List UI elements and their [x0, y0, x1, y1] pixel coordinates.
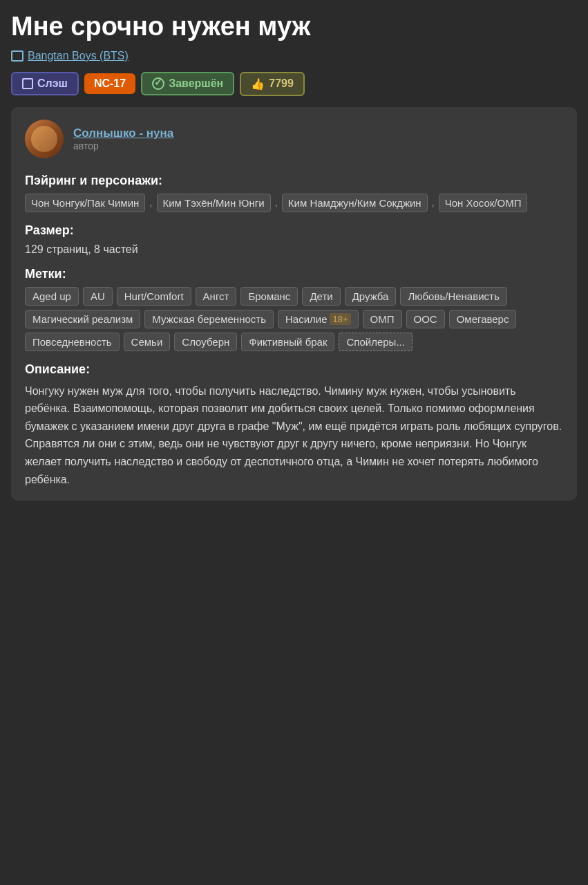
fandom-label: Bangtan Boys (BTS): [28, 50, 129, 62]
tags-label: Метки:: [25, 267, 563, 281]
description-label: Описание:: [25, 362, 563, 377]
badge-likes[interactable]: 👍 7799: [240, 72, 305, 96]
size-value: 129 страниц, 8 частей: [25, 243, 563, 256]
check-icon: [152, 77, 164, 90]
main-card: Солнышко - нуна автор Пэйринг и персонаж…: [11, 107, 577, 501]
tag-magic-realism[interactable]: Магический реализм: [25, 310, 140, 328]
thumb-icon: 👍: [251, 77, 265, 91]
badge-slash[interactable]: Слэш: [11, 72, 79, 95]
author-name[interactable]: Солнышко - нуна: [73, 127, 173, 140]
tag-oos[interactable]: ООС: [406, 310, 445, 328]
description-text: Чонгуку нужен муж для того, чтобы получи…: [25, 382, 563, 489]
size-label: Размер:: [25, 223, 563, 238]
badge-status-label: Завершён: [169, 77, 223, 90]
tag-aged-up[interactable]: Aged up: [25, 287, 79, 306]
slash-icon: [22, 78, 33, 89]
tag-everyday[interactable]: Повседневность: [25, 333, 120, 351]
tag-fakerelationship[interactable]: Фиктивный брак: [241, 333, 334, 351]
tag-omp[interactable]: ОМП: [363, 310, 402, 328]
badge-rating-label: NC-17: [94, 77, 126, 90]
tag-bromance[interactable]: Броманс: [240, 287, 298, 306]
tag-slowburn[interactable]: Слоуберн: [174, 333, 237, 351]
book-icon: [11, 50, 23, 62]
author-row: Солнышко - нуна автор: [25, 120, 563, 158]
tag-families[interactable]: Семьи: [124, 333, 171, 351]
tag-lovelyhate[interactable]: Любовь/Ненависть: [400, 287, 506, 306]
pairing-label: Пэйринг и персонажи:: [25, 174, 563, 188]
tag-mpreg[interactable]: Мужская беременность: [144, 310, 274, 328]
badge-likes-value: 7799: [269, 77, 294, 90]
separator-1: ,: [148, 194, 153, 212]
tag-spoilers[interactable]: Спойлеры...: [339, 333, 412, 351]
tag-violence[interactable]: Насилие 18+: [278, 310, 359, 328]
badge-slash-label: Слэш: [37, 77, 68, 90]
pairing-tag-4[interactable]: Чон Хосок/ОМП: [439, 194, 528, 212]
author-info: Солнышко - нуна автор: [73, 127, 173, 151]
avatar-image: [31, 126, 57, 152]
avatar: [25, 120, 64, 158]
pairing-tag-1[interactable]: Чон Чонгук/Пак Чимин: [25, 194, 145, 212]
separator-3: ,: [430, 194, 436, 212]
tag-au[interactable]: AU: [83, 287, 113, 306]
badges-row: Слэш NC-17 Завершён 👍 7799: [11, 72, 577, 96]
separator-2: ,: [274, 194, 279, 212]
tags-container: Aged up AU Hurt/Comfort Ангст Броманс Де…: [25, 287, 563, 351]
tag-18plus: 18+: [330, 313, 350, 325]
tag-hurt-comfort[interactable]: Hurt/Comfort: [117, 287, 191, 306]
tag-friendship[interactable]: Дружба: [345, 287, 397, 306]
pairing-tag-2[interactable]: Ким Тэхён/Мин Юнги: [157, 194, 271, 212]
pairing-tag-3[interactable]: Ким Намджун/Ким Сокджин: [282, 194, 428, 212]
pairing-tags: Чон Чонгук/Пак Чимин, Ким Тэхён/Мин Юнги…: [25, 194, 563, 212]
tag-angst[interactable]: Ангст: [196, 287, 237, 306]
fandom-link[interactable]: Bangtan Boys (BTS): [11, 50, 577, 62]
badge-status[interactable]: Завершён: [141, 72, 234, 95]
author-role: автор: [73, 140, 173, 151]
badge-rating[interactable]: NC-17: [84, 73, 135, 94]
tag-omegaverse[interactable]: Омегаверс: [449, 310, 517, 328]
tag-kids[interactable]: Дети: [302, 287, 340, 306]
page-title: Мне срочно нужен муж: [11, 11, 577, 43]
